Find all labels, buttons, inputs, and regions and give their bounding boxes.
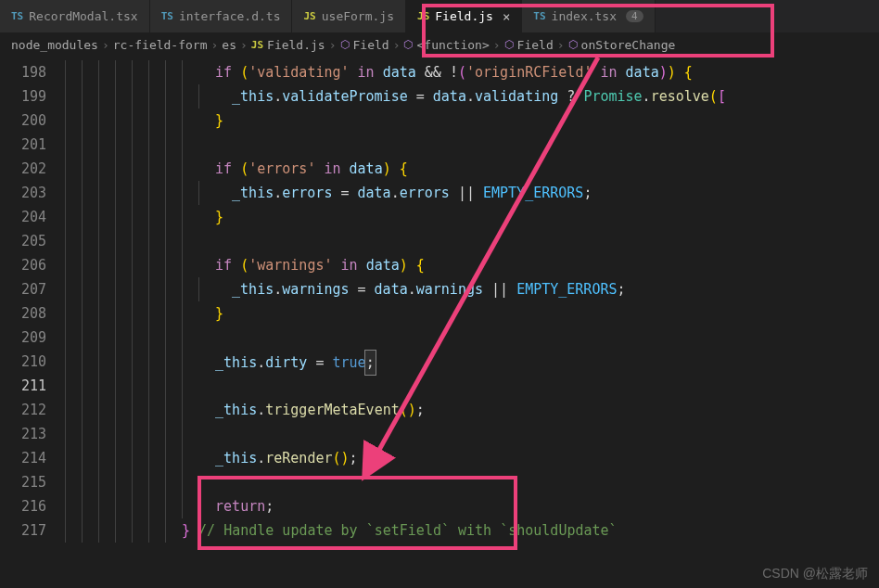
code-line (65, 133, 879, 157)
line-number: 198 (0, 60, 46, 84)
tab-interface[interactable]: TS interface.d.ts (150, 0, 293, 32)
class-icon: ⬡ (340, 38, 350, 51)
problems-badge: 4 (626, 10, 643, 22)
line-number: 211 (0, 374, 46, 398)
breadcrumb-item[interactable]: <function> (416, 38, 489, 52)
watermark: CSDN @松露老师 (762, 566, 868, 582)
close-icon[interactable]: × (503, 9, 510, 24)
tab-index[interactable]: TS index.tsx 4 (522, 0, 655, 32)
code-line: _this.errors = data.errors || EMPTY_ERRO… (65, 181, 879, 205)
code-line: } (65, 109, 879, 133)
line-number: 201 (0, 133, 46, 157)
ts-icon: TS (161, 10, 173, 22)
tabs-bar: TS RecordModal.tsx TS interface.d.ts JS … (0, 0, 879, 32)
code-line: _this.warnings = data.warnings || EMPTY_… (65, 277, 879, 301)
line-number: 216 (0, 494, 46, 518)
code-line: } // Handle update by `setField` with `s… (65, 518, 879, 543)
line-number: 209 (0, 326, 46, 350)
code-area[interactable]: if ('validating' in data && !('originRCF… (65, 57, 879, 588)
method-icon: ⬡ (568, 38, 578, 51)
line-number: 210 (0, 350, 46, 374)
code-line: if ('warnings' in data) { (65, 253, 879, 277)
code-line: _this.dirty = true; (65, 350, 879, 374)
class-icon: ⬡ (504, 38, 514, 51)
chevron-right-icon: › (493, 38, 501, 52)
chevron-right-icon: › (102, 38, 109, 52)
code-line: if ('validating' in data && !('originRCF… (65, 60, 879, 84)
line-number: 217 (0, 518, 46, 543)
tab-useform[interactable]: JS useForm.js (292, 0, 406, 32)
breadcrumb-item[interactable]: Field (517, 38, 554, 52)
js-icon: JS (251, 39, 263, 51)
breadcrumb-item[interactable]: rc-field-form (113, 38, 208, 52)
editor[interactable]: 198 199 200 201 202 203 204 205 206 207 … (0, 57, 879, 588)
chevron-right-icon: › (393, 38, 401, 52)
chevron-right-icon: › (240, 38, 248, 52)
code-line: _this.validatePromise = data.validating … (65, 84, 879, 109)
line-number: 204 (0, 205, 46, 229)
code-line (65, 422, 879, 446)
code-line (65, 326, 879, 350)
tab-label: Field.js (435, 9, 493, 23)
breadcrumb-item[interactable]: Field (353, 38, 389, 52)
breadcrumb-item[interactable]: node_modules (11, 38, 98, 52)
chevron-right-icon: › (211, 38, 219, 52)
line-number: 206 (0, 253, 46, 277)
code-line: _this.triggerMetaEvent(); (65, 398, 879, 422)
line-number: 207 (0, 277, 46, 301)
breadcrumb-item[interactable]: es (222, 38, 236, 52)
code-line (65, 229, 879, 253)
chevron-right-icon: › (557, 38, 565, 52)
tab-label: index.tsx (552, 9, 617, 23)
chevron-right-icon: › (329, 38, 337, 52)
code-line (65, 374, 879, 398)
code-line (65, 470, 879, 494)
line-number: 208 (0, 301, 46, 326)
tab-label: interface.d.ts (179, 9, 281, 23)
line-number: 199 (0, 84, 46, 109)
line-number: 212 (0, 398, 46, 422)
ts-icon: TS (533, 10, 545, 22)
breadcrumb[interactable]: node_modules › rc-field-form › es › JS F… (0, 32, 879, 57)
code-line: return; (65, 494, 879, 518)
js-icon: JS (417, 10, 429, 22)
line-number: 202 (0, 157, 46, 181)
js-icon: JS (303, 10, 315, 22)
line-number: 203 (0, 181, 46, 205)
line-number-gutter: 198 199 200 201 202 203 204 205 206 207 … (0, 57, 65, 588)
line-number: 205 (0, 229, 46, 253)
code-line: _this.reRender(); (65, 446, 879, 470)
breadcrumb-item[interactable]: Field.js (267, 38, 325, 52)
line-number: 213 (0, 422, 46, 446)
line-number: 214 (0, 446, 46, 470)
code-line: } (65, 205, 879, 229)
tab-label: RecordModal.tsx (29, 9, 137, 23)
line-number: 215 (0, 470, 46, 494)
line-number: 200 (0, 109, 46, 133)
tab-recordmodal[interactable]: TS RecordModal.tsx (0, 0, 150, 32)
method-icon: ⬡ (403, 38, 413, 51)
code-line: if ('errors' in data) { (65, 157, 879, 181)
tab-label: useForm.js (322, 9, 394, 23)
ts-icon: TS (11, 10, 23, 22)
code-line: } (65, 301, 879, 326)
tab-field[interactable]: JS Field.js × (406, 0, 522, 32)
breadcrumb-item[interactable]: onStoreChange (581, 38, 676, 52)
